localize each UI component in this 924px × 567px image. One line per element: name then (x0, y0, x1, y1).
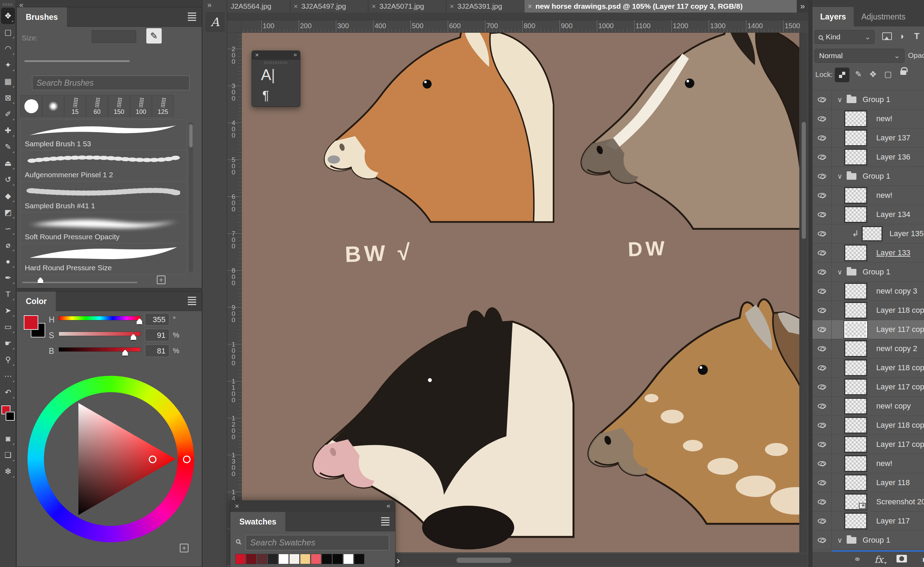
layer-row-content[interactable]: ∨ ↲ Layer 117 copy (832, 320, 924, 339)
layer-row[interactable]: ∨ ↲ new! (813, 454, 924, 473)
ruler-horizontal[interactable]: 1002003004005006007008009001000110012001… (242, 20, 800, 33)
layer-name[interactable]: Layer 137 (876, 134, 910, 142)
slider-value[interactable]: 355 (145, 313, 169, 326)
tab-color[interactable]: Color (17, 291, 56, 311)
filter-adjustment-icon[interactable]: ◑ (899, 32, 904, 41)
visibility-toggle[interactable] (813, 492, 832, 511)
layer-row-content[interactable]: ∨ ↲ Group 1 (832, 531, 924, 550)
layer-row[interactable]: ∨ ↲ new! (813, 110, 924, 129)
character-panel-button[interactable]: A| (261, 66, 275, 84)
ring-hue-indicator[interactable] (183, 456, 191, 463)
panel-divider[interactable] (808, 0, 813, 567)
visibility-toggle[interactable] (813, 262, 832, 281)
brush-preset[interactable] (42, 95, 64, 117)
brush-preset[interactable]: 15 (64, 95, 86, 117)
slider-value[interactable]: 81 (145, 345, 169, 357)
layer-row[interactable]: ∨ ↲ Screenshot 20. (813, 492, 924, 512)
expand-panels-icon[interactable]: » (207, 1, 212, 10)
visibility-toggle[interactable] (813, 339, 832, 358)
layer-row[interactable]: ∨ ↲ new! copy 3 (813, 282, 924, 301)
layer-row[interactable]: ∨ ↲ Layer 117 copy (813, 378, 924, 397)
brush-list-item[interactable]: Aufgenommener Pinsel 1 2 (20, 150, 187, 182)
layer-name[interactable]: new! copy (876, 402, 911, 411)
color-swatch[interactable] (354, 554, 364, 564)
layer-thumbnail[interactable] (844, 149, 867, 165)
layer-row-content[interactable]: ∨ ↲ Layer 137 (832, 129, 924, 147)
close-icon[interactable]: × (372, 3, 376, 10)
color-swatch[interactable] (322, 554, 332, 564)
layer-thumbnail[interactable] (844, 513, 867, 530)
chevron-down-icon[interactable]: ∨ (837, 536, 843, 544)
layer-row[interactable]: ∨ ↲ Layer 134 (813, 205, 924, 224)
visibility-toggle[interactable] (813, 224, 832, 243)
lock-all-icon[interactable] (900, 70, 906, 75)
layer-style-icon[interactable]: fx (874, 554, 883, 565)
layer-thumbnail[interactable] (844, 302, 867, 319)
tool-button[interactable]: ▦ (0, 73, 16, 90)
close-icon[interactable]: × (450, 3, 454, 10)
lock-move-icon[interactable]: ✥ (870, 70, 876, 79)
visibility-toggle[interactable] (813, 90, 832, 109)
layer-thumbnail[interactable] (844, 206, 867, 223)
visibility-toggle[interactable] (813, 167, 832, 186)
brush-preset[interactable]: 60 (86, 95, 108, 117)
popup-header[interactable]: × » (252, 51, 300, 60)
layer-row[interactable]: ∨ ↲ Layer 117 copy (813, 320, 924, 339)
panel-menu-icon[interactable] (188, 15, 196, 16)
brush-preset[interactable]: 100 (130, 95, 152, 117)
character-panel-icon[interactable]: A (205, 12, 225, 32)
toolbar-grip[interactable] (3, 2, 13, 7)
tool-button[interactable]: ✎ (0, 139, 16, 155)
tool-button[interactable]: ✚ (0, 122, 16, 139)
layer-name[interactable]: Group 1 (863, 536, 891, 545)
panel-menu-icon[interactable] (188, 299, 196, 300)
swatches-header[interactable]: × « (230, 501, 395, 512)
brush-size-slider[interactable] (24, 60, 129, 62)
tool-button[interactable]: ⌀ (0, 237, 16, 253)
visibility-toggle[interactable] (813, 282, 832, 301)
vertical-scrollbar[interactable] (800, 33, 807, 552)
layer-row-content[interactable]: ∨ ↲ Layer 135 (832, 224, 924, 243)
tool-button[interactable]: T (0, 286, 16, 302)
brush-list-item[interactable]: Soft Round Pressure Opacity (20, 213, 187, 243)
layer-row-content[interactable]: ∨ ↲ Layer 133 (832, 243, 924, 262)
document-tab[interactable]: ×3J2A5391.jpg (446, 0, 524, 12)
tool-button[interactable]: ◆ (0, 188, 16, 204)
slider-handle[interactable] (122, 350, 129, 356)
canvas-artwork[interactable] (242, 33, 799, 552)
layer-name[interactable]: Layer 118 copy (876, 363, 924, 372)
swatches-expand-icon[interactable]: › (397, 555, 400, 566)
layer-row-content[interactable]: ∨ ↲ Layer 117 copy (832, 378, 924, 396)
layer-name[interactable]: Layer 117 copy (876, 440, 924, 449)
layer-name[interactable]: Layer 117 copy (876, 325, 924, 334)
layer-thumbnail[interactable] (844, 379, 867, 395)
slider-handle[interactable] (130, 334, 137, 340)
visibility-toggle[interactable] (813, 301, 832, 320)
layer-row[interactable]: ∨ ↲ new! (813, 186, 924, 205)
tool-button[interactable]: ◙ (0, 430, 16, 447)
visibility-toggle[interactable] (813, 378, 832, 396)
collapse-icon[interactable]: « (386, 502, 390, 510)
visibility-toggle[interactable] (813, 454, 832, 473)
layer-row[interactable]: ∨ ↲ Layer 117 (813, 512, 924, 531)
layer-name[interactable]: Layer 118 (876, 478, 910, 487)
layer-thumbnail[interactable] (844, 283, 867, 300)
layer-row[interactable]: ∨ ↲ Layer 136 (813, 148, 924, 167)
layer-row-content[interactable]: ∨ ↲ Layer 118 copy (832, 416, 924, 435)
tool-button[interactable]: ▢ (0, 24, 16, 40)
layer-row[interactable]: ∨ ↲ Layer 135 (813, 224, 924, 243)
layer-row[interactable]: ∨ ↲ Layer 133 (813, 243, 924, 262)
color-swatch[interactable] (278, 554, 289, 564)
color-swatch[interactable] (257, 554, 267, 564)
close-icon[interactable]: × (294, 3, 298, 10)
layer-row[interactable]: ∨ ↲ Group 1 (813, 167, 924, 186)
tool-button[interactable]: ☛ (0, 335, 16, 351)
visibility-toggle[interactable] (813, 110, 832, 128)
lock-transparency-button[interactable] (835, 68, 849, 82)
layer-name[interactable]: new! copy 3 (876, 286, 917, 296)
layer-row-content[interactable]: ∨ ↲ Layer 117 (832, 512, 924, 530)
chevron-down-icon[interactable]: ∨ (837, 172, 843, 180)
layer-name[interactable]: new! (876, 459, 892, 468)
tool-button[interactable]: ➤ (0, 302, 16, 319)
brush-search-input[interactable] (32, 76, 189, 90)
